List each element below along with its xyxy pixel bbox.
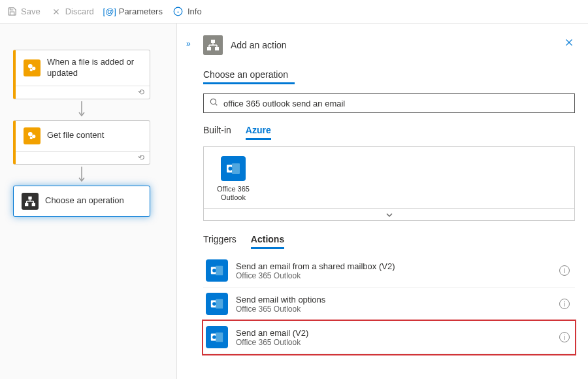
action-row[interactable]: Send email with options Office 365 Outlo… — [203, 288, 575, 321]
connection-icon: ⟲ — [138, 88, 144, 97]
svg-point-6 — [32, 67, 35, 70]
action-row[interactable]: Send an email from a shared mailbox (V2)… — [203, 254, 575, 288]
discard-button[interactable]: Discard — [51, 7, 94, 17]
connector-label: Office 365 Outlook — [213, 185, 253, 202]
svg-rect-27 — [208, 48, 211, 50]
outlook-icon — [206, 259, 228, 282]
outlook-icon — [221, 156, 246, 181]
save-button[interactable]: Save — [7, 7, 41, 17]
svg-point-36 — [212, 269, 216, 273]
svg-rect-32 — [232, 163, 240, 174]
section-underline — [203, 82, 295, 84]
action-sub: Office 365 Outlook — [236, 338, 551, 347]
action-title: Send an email from a shared mailbox (V2) — [236, 261, 551, 271]
save-label: Save — [21, 7, 41, 16]
add-action-icon — [203, 35, 223, 55]
info-icon[interactable]: i — [559, 265, 570, 276]
collapse-chevron-icon[interactable]: » — [186, 39, 191, 48]
svg-rect-35 — [216, 266, 223, 276]
svg-line-30 — [216, 104, 218, 106]
svg-point-7 — [30, 69, 33, 71]
outlook-icon — [206, 293, 228, 315]
svg-rect-13 — [29, 197, 31, 199]
svg-rect-28 — [216, 48, 219, 50]
info-icon[interactable]: i — [559, 299, 570, 309]
save-icon — [7, 7, 17, 17]
search-input[interactable] — [223, 99, 569, 108]
expand-connectors[interactable] — [203, 209, 575, 221]
tab-triggers[interactable]: Triggers — [203, 234, 237, 249]
parameters-label: Parameters — [119, 7, 163, 16]
tab-actions[interactable]: Actions — [251, 234, 284, 249]
toolbar: Save Discard [@] Parameters Info — [0, 0, 588, 24]
discard-label: Discard — [65, 7, 94, 16]
connector-scope-tabs: Built-in Azure — [203, 125, 575, 140]
svg-rect-41 — [216, 333, 223, 342]
action-sub: Office 365 Outlook — [236, 271, 551, 280]
flow-arrow — [13, 99, 150, 120]
svg-point-9 — [28, 132, 33, 137]
svg-point-11 — [30, 137, 33, 139]
section-title: Choose an operation — [203, 69, 575, 80]
action-title: Send an email (V2) — [236, 328, 551, 338]
discard-icon — [51, 7, 61, 17]
svg-point-42 — [212, 336, 216, 340]
svg-rect-38 — [216, 299, 223, 309]
connector-office365-outlook[interactable]: Office 365 Outlook — [213, 156, 253, 202]
info-button[interactable]: Info — [173, 7, 202, 17]
parameters-button[interactable]: [@] Parameters — [105, 7, 163, 17]
action-row[interactable]: Send an email (V2) Office 365 Outlook i — [203, 321, 575, 354]
info-label: Info — [188, 7, 202, 16]
parameters-icon: [@] — [105, 7, 115, 17]
choose-title: Choose an operation — [45, 195, 124, 206]
svg-rect-19 — [32, 203, 35, 205]
sharepoint-icon — [24, 127, 41, 144]
svg-point-5 — [28, 64, 33, 69]
close-icon[interactable] — [563, 37, 575, 51]
search-input-wrap[interactable] — [203, 93, 575, 113]
svg-point-33 — [229, 167, 233, 171]
action-list: Send an email from a shared mailbox (V2)… — [203, 254, 575, 354]
panel-title: Add an action — [231, 40, 287, 50]
trigger-title: When a file is added or updated — [47, 57, 142, 79]
svg-rect-18 — [25, 203, 28, 205]
info-icon — [173, 7, 184, 17]
connection-icon: ⟲ — [138, 153, 144, 162]
tab-builtin[interactable]: Built-in — [203, 125, 231, 140]
action-title: Send email with options — [236, 295, 551, 305]
tab-azure[interactable]: Azure — [246, 125, 271, 140]
trigger-step[interactable]: When a file is added or updated ⟲ — [13, 50, 150, 99]
svg-rect-22 — [212, 41, 215, 43]
search-icon — [209, 97, 218, 109]
info-icon[interactable]: i — [559, 332, 570, 342]
action-1-title: Get file content — [47, 130, 104, 141]
svg-point-29 — [210, 99, 216, 104]
outlook-icon — [206, 326, 228, 348]
choose-operation-card[interactable]: Choose an operation — [13, 186, 150, 217]
panel-header: Add an action — [203, 35, 575, 55]
action-sub: Office 365 Outlook — [236, 305, 551, 314]
designer-canvas: When a file is added or updated ⟲ Get fi… — [0, 24, 176, 379]
operation-icon — [22, 193, 39, 210]
sharepoint-icon — [24, 59, 41, 76]
connector-grid: Office 365 Outlook — [203, 146, 575, 209]
flow-arrow — [13, 165, 150, 186]
trigger-action-tabs: Triggers Actions — [203, 234, 575, 249]
operation-panel: » Add an action Choose an operation Buil… — [176, 24, 588, 379]
svg-point-10 — [32, 135, 35, 138]
svg-point-39 — [212, 303, 216, 306]
action-step-1[interactable]: Get file content ⟲ — [13, 120, 150, 165]
